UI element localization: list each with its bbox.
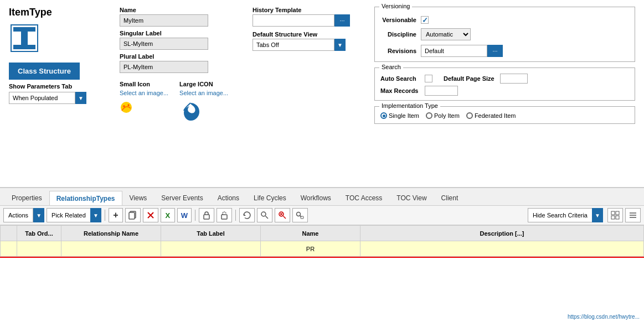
bottom-section: Properties RelationshipTypes Views Serve… [0,188,644,322]
separator-1 [105,210,105,221]
search-button[interactable] [257,208,272,222]
versioning-box: Versioning Versionable ✓ Discipline Auto… [374,7,635,62]
copy-button[interactable] [125,208,141,222]
cell-checkbox[interactable] [1,241,17,257]
default-structure-dropdown[interactable]: ▼ [253,39,363,51]
hide-search-arrow[interactable]: ▼ [592,208,603,222]
list-view-button[interactable] [625,208,641,222]
tab-properties[interactable]: Properties [4,190,49,205]
class-structure-button[interactable]: Class Structure [9,63,80,80]
main-container: ItemType Class Structure Show Parameters… [0,0,644,322]
actions-button[interactable]: Actions [3,208,33,222]
search-box: Search Auto Search Default Page Size Max… [374,67,635,101]
poly-item-option[interactable]: Poly Item [426,112,460,119]
tab-views[interactable]: Views [122,190,154,205]
tab-toc-view[interactable]: TOC View [389,190,434,205]
add-button[interactable]: + [109,208,123,222]
single-item-radio[interactable] [380,112,387,119]
left-panel: ItemType Class Structure Show Parameters… [9,7,109,104]
tab-relationship-types[interactable]: RelationshipTypes [49,191,122,206]
actions-dropdown[interactable]: Actions ▼ [3,208,44,222]
svg-point-19 [296,212,300,216]
when-populated-arrow[interactable]: ▼ [75,92,86,104]
plural-label: Plural Label [120,53,241,60]
federated-item-radio[interactable] [466,112,473,119]
table-row[interactable]: PR [1,241,644,257]
lock-button[interactable] [199,208,214,222]
tab-workflows[interactable]: Workflows [293,190,338,205]
max-records-label: Max Records [380,87,419,94]
discipline-label: Discipline [380,31,416,38]
hide-search-button[interactable]: Hide Search Criteria [528,208,592,222]
plural-input[interactable] [120,61,208,73]
actions-arrow[interactable]: ▼ [33,208,44,222]
when-populated-input[interactable] [9,92,75,104]
default-page-size-input[interactable] [500,74,528,84]
tab-toc-access[interactable]: TOC Access [338,190,389,205]
auto-search-label: Auto Search [380,75,419,82]
search-lock-button[interactable] [292,208,308,222]
singular-input[interactable] [120,38,208,50]
tab-actions[interactable]: Actions [210,190,246,205]
svg-line-14 [265,216,268,219]
poly-item-label: Poly Item [434,112,460,119]
max-records-row: Max Records [380,86,629,96]
history-structure-panel: History Template ··· Default Structure V… [253,7,363,51]
single-item-label: Single Item [389,112,419,119]
hide-search-group[interactable]: Hide Search Criteria ▼ [528,208,603,222]
svg-point-13 [261,212,266,216]
footer-link[interactable]: https://blog.csdn.net/hwytre... [568,314,640,320]
versionable-checkbox[interactable]: ✓ [421,16,429,24]
small-icon-link[interactable]: Select an image... [120,90,168,96]
cell-relationship-name[interactable] [61,241,161,257]
revisions-label: Revisions [380,48,416,54]
tab-life-cycles[interactable]: Life Cycles [246,190,293,205]
cell-tab-order[interactable] [17,241,61,257]
versionable-label: Versionable [380,17,416,23]
check-icon: ✓ [422,16,428,24]
copy-icon [128,211,137,220]
icons-row: Small Icon Select an image... [120,81,241,124]
history-template-btn[interactable]: ··· [334,14,350,27]
poly-item-radio[interactable] [426,112,432,119]
grid-view-button[interactable] [607,208,623,222]
pick-related-group[interactable]: Pick Related ▼ [47,208,101,222]
top-section: ItemType Class Structure Show Parameters… [0,0,644,188]
pick-related-arrow[interactable]: ▼ [90,208,101,222]
small-icon-label: Small Icon [120,81,168,87]
tab-client[interactable]: Client [434,190,466,205]
default-structure-arrow[interactable]: ▼ [334,39,346,51]
lock-icon [202,211,211,220]
federated-item-label: Federated Item [475,112,516,119]
when-populated-dropdown[interactable]: ▼ [9,92,86,104]
svg-rect-2 [21,32,28,45]
large-icon-group: Large ICON Select an image... [179,81,228,124]
revisions-input[interactable] [421,45,487,57]
search-lock-icon [296,211,305,220]
col-description: Description [...] [360,226,644,241]
word-button[interactable]: W [177,208,192,222]
cell-name[interactable]: PR [261,241,360,257]
discipline-select[interactable]: Automatic Manual [421,28,471,40]
federated-item-option[interactable]: Federated Item [466,112,516,119]
large-icon-link[interactable]: Select an image... [179,90,228,96]
excel-button[interactable]: X [161,208,175,222]
revisions-btn[interactable]: ··· [487,45,503,57]
unlock-button[interactable] [217,208,232,222]
implementation-title: Implementation Type [379,102,440,109]
history-template-input[interactable] [253,14,334,27]
auto-search-checkbox[interactable] [425,75,432,82]
top-row: ItemType Class Structure Show Parameters… [9,7,635,124]
delete-button[interactable] [143,208,158,222]
tab-server-events[interactable]: Server Events [154,190,210,205]
refresh-button[interactable] [239,208,255,222]
cell-description[interactable] [360,241,644,257]
search-clear-button[interactable] [275,208,290,222]
name-input[interactable] [120,14,208,27]
max-records-input[interactable] [425,86,458,96]
pick-related-button[interactable]: Pick Related [47,208,90,222]
impl-row: Single Item Poly Item Federated Item [380,112,629,119]
cell-tab-label[interactable] [161,241,261,257]
single-item-option[interactable]: Single Item [380,112,419,119]
default-structure-input[interactable] [253,39,334,51]
